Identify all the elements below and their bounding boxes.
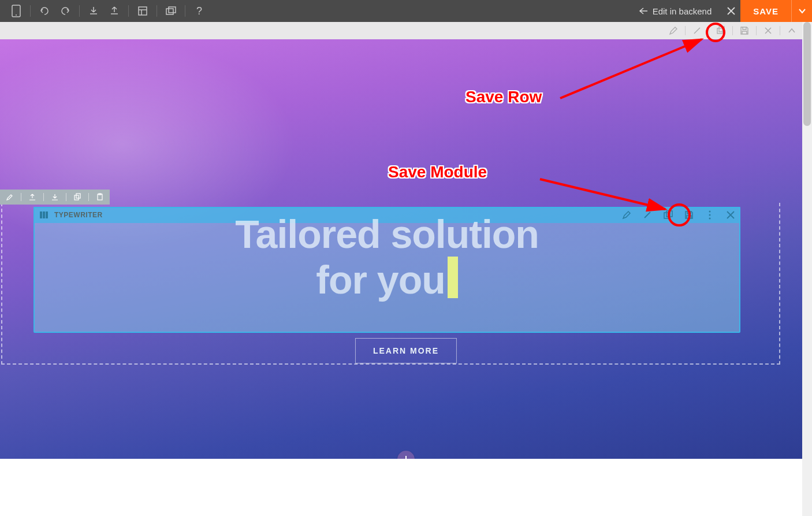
column-import-button[interactable] [50, 192, 60, 202]
toolbar-divider [30, 5, 31, 17]
save-icon [740, 26, 749, 35]
learn-more-button[interactable]: LEARN MORE [355, 338, 457, 363]
svg-rect-16 [664, 213, 670, 218]
row-divider [685, 26, 686, 35]
svg-rect-6 [169, 7, 176, 13]
edit-backend-link[interactable]: Edit in backend [628, 6, 722, 16]
module-type-icon [38, 209, 50, 221]
row-divider [780, 26, 780, 35]
svg-point-20 [709, 218, 711, 220]
row-delete-button[interactable] [762, 25, 774, 36]
redo-button[interactable] [57, 3, 73, 19]
row-save-button[interactable] [739, 25, 750, 36]
svg-rect-8 [719, 27, 724, 32]
module-actions [620, 207, 737, 223]
svg-rect-14 [43, 211, 45, 218]
row-divider [756, 26, 757, 35]
svg-point-18 [709, 211, 711, 213]
clipboard-icon [96, 193, 104, 201]
row-style-button[interactable] [691, 25, 703, 36]
top-toolbar: ? Edit in backend SAVE [0, 0, 812, 22]
import-button[interactable] [85, 3, 102, 19]
column-paste-button[interactable] [95, 192, 105, 202]
brush-icon [642, 210, 653, 220]
column-edit-button[interactable] [5, 192, 15, 202]
column-divider [21, 193, 21, 201]
svg-point-19 [709, 214, 711, 216]
edit-backend-label: Edit in backend [653, 6, 712, 16]
module-typewriter[interactable]: TYPEWRITER [33, 207, 740, 333]
duplicate-icon [716, 26, 725, 35]
svg-rect-15 [46, 211, 48, 218]
module-edit-button[interactable] [620, 209, 633, 221]
save-button[interactable]: SAVE [740, 0, 791, 22]
column-divider [43, 193, 44, 201]
module-duplicate-button[interactable] [662, 209, 675, 221]
column-divider [88, 193, 89, 201]
download-icon [51, 193, 59, 201]
svg-point-1 [16, 14, 17, 16]
module-more-button[interactable] [703, 209, 716, 221]
column-duplicate-button[interactable] [72, 192, 83, 202]
undo-button[interactable] [36, 3, 53, 19]
scrollbar-thumb[interactable] [803, 22, 811, 126]
svg-rect-7 [717, 28, 722, 34]
upload-icon [28, 193, 36, 201]
add-section-button[interactable] [397, 451, 415, 459]
column-divider [66, 193, 66, 201]
pencil-icon [6, 193, 14, 201]
row-collapse-button[interactable] [786, 25, 798, 36]
mobile-preview-button[interactable] [8, 3, 24, 19]
module-save-button[interactable] [683, 209, 695, 221]
svg-rect-13 [40, 211, 42, 218]
svg-rect-17 [666, 211, 672, 217]
close-icon [726, 210, 735, 220]
save-dropdown-button[interactable] [791, 0, 812, 22]
toolbar-divider [185, 5, 185, 17]
column-toolbar [0, 190, 110, 205]
arrow-left-icon [639, 7, 648, 15]
close-icon [727, 6, 736, 16]
more-vertical-icon [708, 210, 712, 220]
row-duplicate-button[interactable] [715, 25, 727, 36]
plus-icon [401, 455, 411, 459]
duplicate-icon [663, 210, 673, 220]
chevron-down-icon [798, 8, 806, 14]
toolbar-left-group: ? [8, 3, 212, 19]
close-editor-button[interactable] [722, 0, 740, 22]
row-edit-button[interactable] [668, 25, 679, 36]
row-divider [732, 26, 733, 35]
toolbar-right-group: Edit in backend SAVE [628, 0, 812, 22]
toolbar-divider [128, 5, 129, 17]
duplicate-icon [73, 193, 81, 201]
export-button[interactable] [106, 3, 122, 19]
brush-icon [692, 26, 702, 35]
module-header: TYPEWRITER [33, 207, 740, 223]
module-label: TYPEWRITER [54, 211, 103, 219]
row-divider [709, 26, 709, 35]
module-delete-button[interactable] [724, 209, 737, 221]
column-export-button[interactable] [27, 192, 38, 202]
toolbar-divider [79, 5, 80, 17]
chevron-up-icon [788, 28, 796, 34]
vertical-scrollbar[interactable] [802, 22, 812, 516]
layout-button[interactable] [135, 3, 151, 19]
pencil-icon [669, 26, 678, 35]
svg-rect-5 [166, 9, 173, 14]
row-toolbar [0, 22, 812, 39]
toolbar-divider [157, 5, 157, 17]
module-style-button[interactable] [641, 209, 654, 221]
save-icon [684, 210, 694, 220]
help-button[interactable]: ? [191, 3, 207, 19]
close-icon [764, 27, 772, 35]
canvas-area: TYPEWRITER [0, 39, 812, 459]
layers-button[interactable] [163, 3, 179, 19]
svg-rect-2 [139, 7, 147, 15]
pencil-icon [621, 210, 632, 220]
